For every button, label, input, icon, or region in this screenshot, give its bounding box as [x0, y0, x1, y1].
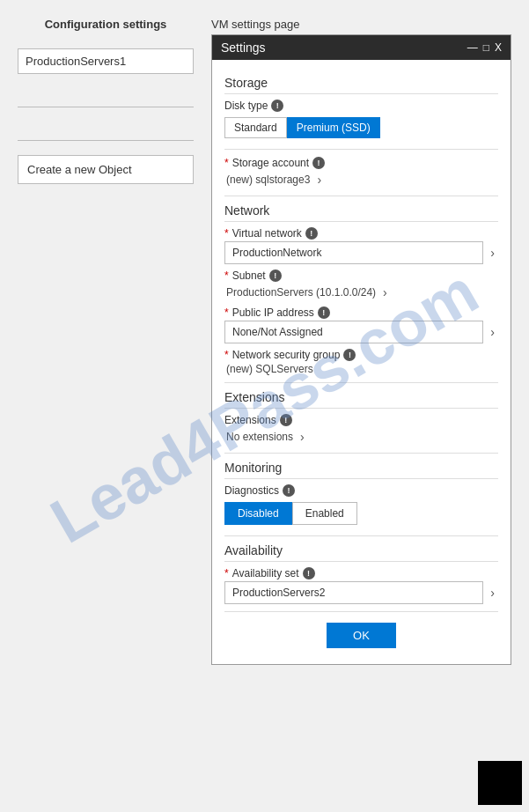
public-ip-input-row: › [224, 321, 498, 343]
right-panel: VM settings page Settings — □ X Storage … [211, 18, 511, 794]
nsg-field: * Network security group ! (new) SQLServ… [224, 349, 498, 375]
availability-set-input[interactable] [224, 581, 483, 604]
nsg-info-icon: ! [343, 349, 356, 361]
extensions-info-icon: ! [280, 414, 292, 426]
create-new-object-button[interactable]: Create a new Object [18, 155, 194, 184]
subnet-label: * Subnet ! [224, 269, 498, 282]
network-section-title: Network [224, 203, 498, 222]
extensions-field: Extensions ! No extensions › [224, 414, 498, 446]
extensions-row: No extensions › [224, 428, 498, 446]
left-panel: Configuration settings Create a new Obje… [18, 18, 194, 794]
settings-titlebar: Settings — □ X [212, 35, 511, 60]
diagnostics-disabled-button[interactable]: Disabled [224, 502, 292, 525]
storage-section-title: Storage [224, 76, 498, 94]
availability-set-label: * Availability set ! [224, 567, 498, 579]
diagnostics-toggle: Disabled Enabled [224, 502, 498, 525]
extensions-section-title: Extensions [224, 390, 498, 409]
availability-set-field: * Availability set ! › [224, 567, 498, 604]
divider-storage [224, 149, 498, 150]
config-empty-row-2 [18, 114, 194, 141]
divider-network-top [224, 196, 498, 196]
availability-section-title: Availability [224, 543, 498, 562]
ok-button[interactable]: OK [327, 623, 396, 648]
virtual-network-info-icon: ! [305, 227, 318, 240]
disk-type-info-icon: ! [271, 100, 283, 112]
disk-type-label: Disk type ! [224, 100, 498, 112]
disk-type-toggle: Standard Premium (SSD) [224, 117, 498, 138]
availability-set-arrow[interactable]: › [487, 584, 498, 602]
vm-settings-title: VM settings page [211, 18, 511, 31]
diagnostics-label: Diagnostics ! [224, 484, 498, 497]
availability-set-input-row: › [224, 581, 498, 604]
window-controls: — □ X [467, 41, 502, 54]
production-servers-input[interactable] [18, 48, 194, 74]
maximize-btn[interactable]: □ [483, 41, 489, 54]
divider-ok [224, 611, 498, 612]
ok-btn-row: OK [224, 623, 498, 648]
subnet-arrow[interactable]: › [379, 284, 391, 301]
virtual-network-arrow[interactable]: › [487, 244, 498, 262]
public-ip-arrow[interactable]: › [487, 323, 498, 341]
subnet-field: * Subnet ! ProductionServers (10.1.0.0/2… [224, 269, 498, 301]
public-ip-field: * Public IP address ! › [224, 306, 498, 343]
settings-body: Storage Disk type ! Standard Premium (SS… [212, 60, 511, 664]
minimize-btn[interactable]: — [467, 41, 478, 54]
monitoring-section-title: Monitoring [224, 461, 498, 479]
config-empty-row-1 [18, 81, 194, 107]
divider-monitoring-top [224, 453, 498, 454]
subnet-info-icon: ! [269, 269, 282, 282]
storage-account-field: * Storage account ! (new) sqlstorage3 › [224, 157, 498, 188]
divider-availability-top [224, 535, 498, 536]
virtual-network-input-row: › [224, 241, 498, 264]
subnet-value: ProductionServers (10.1.0.0/24) [226, 286, 376, 299]
public-ip-input[interactable] [224, 321, 483, 343]
nsg-value: (new) SQLServers [226, 363, 498, 375]
virtual-network-field: * Virtual network ! › [224, 227, 498, 264]
disk-type-field: Disk type ! Standard Premium (SSD) [224, 100, 498, 142]
nsg-label: * Network security group ! [224, 349, 498, 361]
storage-account-label: * Storage account ! [224, 157, 498, 169]
divider-extensions-top [224, 382, 498, 383]
public-ip-label: * Public IP address ! [224, 306, 498, 319]
settings-window: Settings — □ X Storage Disk type ! [211, 34, 511, 665]
close-btn[interactable]: X [495, 41, 502, 54]
subnet-row: ProductionServers (10.1.0.0/24) › [224, 284, 498, 301]
disk-premium-button[interactable]: Premium (SSD) [287, 117, 380, 138]
storage-account-row: (new) sqlstorage3 › [224, 171, 498, 188]
diagnostics-info-icon: ! [283, 484, 295, 497]
diagnostics-enabled-button[interactable]: Enabled [292, 502, 357, 525]
extensions-arrow[interactable]: › [297, 428, 308, 446]
extensions-value: No extensions [226, 431, 293, 443]
public-ip-info-icon: ! [318, 306, 330, 319]
storage-account-info-icon: ! [312, 157, 325, 169]
qr-code [478, 761, 522, 805]
diagnostics-field: Diagnostics ! Disabled Enabled [224, 484, 498, 528]
storage-account-value: (new) sqlstorage3 [226, 173, 310, 186]
config-title: Configuration settings [18, 18, 194, 31]
disk-standard-button[interactable]: Standard [224, 117, 287, 138]
settings-window-title: Settings [221, 41, 266, 55]
extensions-label: Extensions ! [224, 414, 498, 426]
storage-account-arrow[interactable]: › [313, 171, 325, 188]
virtual-network-label: * Virtual network ! [224, 227, 498, 240]
virtual-network-input[interactable] [224, 241, 483, 264]
availability-set-info-icon: ! [303, 567, 315, 579]
